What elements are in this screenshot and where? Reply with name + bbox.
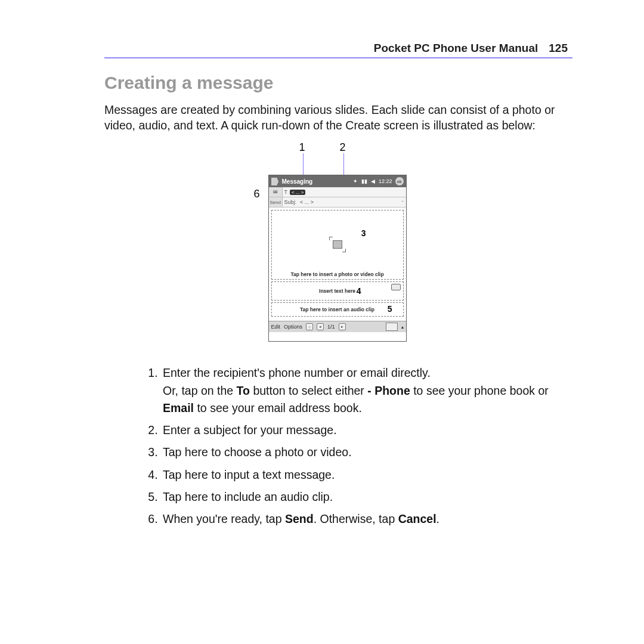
sync-icon: ✦ [352, 178, 358, 184]
menu-up-icon[interactable]: ▴ [401, 324, 404, 330]
app-title: Messaging [282, 178, 313, 185]
step-1: Enter the recipient's phone number or em… [161, 364, 572, 417]
signal-icon: ▮▮ [361, 178, 368, 184]
step-5: Tap here to include an audio clip. [161, 488, 572, 506]
to-value[interactable]: < ... > [290, 190, 305, 195]
header-rule [104, 57, 572, 58]
step-4: Tap here to input a text message. [161, 466, 572, 484]
to-label: T [283, 189, 290, 195]
text-slot[interactable]: Insert text here 4 [271, 281, 404, 301]
prev-slide-button[interactable]: ○ [306, 323, 313, 330]
callout-4: 4 [357, 286, 361, 296]
manual-page: Pocket PC Phone User Manual 125 Creating… [0, 0, 644, 644]
photo-placeholder-icon [333, 240, 342, 249]
start-flag-icon [271, 178, 280, 185]
message-canvas: Tap here to insert a photo or video clip… [269, 208, 406, 321]
slide-counter: 1/1 [327, 324, 335, 330]
to-field-row[interactable]: ✉ T < ... > [269, 187, 406, 197]
callout-2: 2 [340, 141, 346, 154]
page-number: 125 [549, 42, 568, 55]
instruction-list: Enter the recipient's phone number or em… [161, 364, 572, 528]
title-bar: Messaging ✦ ▮▮ ◀ 12:22 ok [269, 175, 406, 187]
text-hint: Insert text here [319, 288, 355, 294]
ok-button[interactable]: ok [395, 177, 404, 185]
menu-bar: Edit Options ○ ◂ 1/1 ▸ ▴ [269, 321, 406, 332]
send-button[interactable]: Send [269, 197, 283, 207]
step-6: When you're ready, tap Send. Otherwise, … [161, 510, 572, 528]
back-icon[interactable]: ✉ [269, 187, 283, 197]
volume-icon: ◀ [370, 178, 376, 184]
subject-field-row[interactable]: Send Subj: < ... > ˇ [269, 197, 406, 208]
play-button[interactable]: ◂ [317, 323, 324, 330]
subject-value[interactable]: < ... > [298, 199, 315, 205]
callout-6: 6 [254, 188, 260, 200]
photo-hint: Tap here to insert a photo or video clip [290, 271, 383, 277]
step-2: Enter a subject for your message. [161, 422, 572, 439]
photo-slot[interactable]: Tap here to insert a photo or video clip… [271, 210, 404, 279]
sip-keyboard-icon[interactable] [386, 323, 398, 331]
running-header: Pocket PC Phone User Manual 125 [104, 42, 568, 55]
step-3: Tap here to choose a photo or video. [161, 444, 572, 461]
keyboard-mini-icon [391, 284, 401, 290]
callout-1: 1 [299, 141, 305, 154]
menu-options[interactable]: Options [284, 324, 302, 330]
audio-slot[interactable]: Tap here to insert an audio clip 5 [271, 302, 404, 317]
next-slide-button[interactable]: ▸ [339, 323, 346, 330]
section-heading: Creating a message [104, 73, 572, 93]
callout-5: 5 [388, 304, 392, 314]
subject-label: Subj: [283, 199, 299, 205]
audio-hint: Tap here to insert an audio clip [300, 306, 374, 312]
create-screen-figure: 1 2 6 Messaging ✦ ▮▮ ◀ 12:22 ok [255, 144, 422, 346]
phone-screen: Messaging ✦ ▮▮ ◀ 12:22 ok ✉ T < ... > Se… [268, 175, 407, 342]
expand-icon[interactable]: ˇ [402, 200, 404, 205]
manual-title: Pocket PC Phone User Manual [374, 42, 538, 55]
intro-paragraph: Messages are created by combining variou… [104, 103, 572, 133]
menu-edit[interactable]: Edit [271, 324, 281, 330]
callout-3: 3 [361, 228, 366, 238]
clock-text: 12:22 [378, 178, 393, 184]
